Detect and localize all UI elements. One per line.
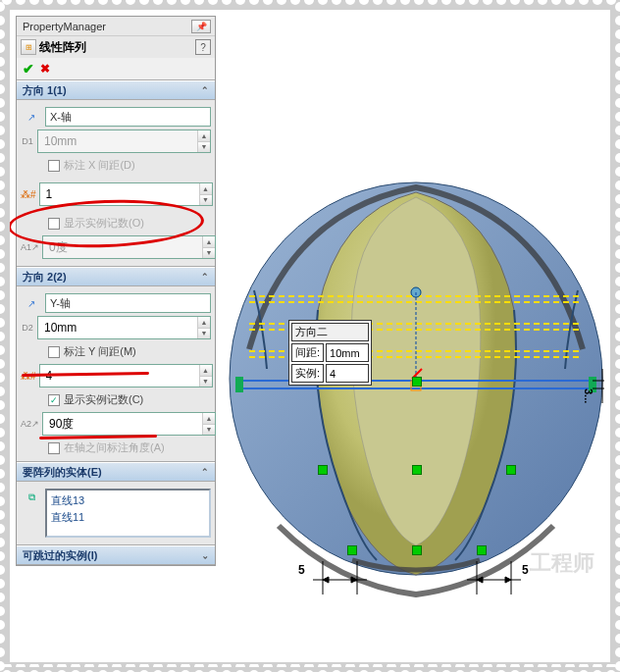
dimension-value[interactable]: 5 <box>298 563 305 577</box>
instance-marker[interactable] <box>347 545 357 555</box>
entities-icon: ⧉ <box>21 489 42 506</box>
instance-marker[interactable] <box>412 545 422 555</box>
direction-2-spacing-spinner[interactable]: ▲▼ <box>37 316 211 339</box>
angle-1-icon: A1↗ <box>21 238 39 256</box>
show-instances-2-checkbox[interactable]: 显示实例记数(C) <box>21 390 211 409</box>
pushpin-button[interactable]: 📌 <box>191 20 211 33</box>
dim-x-spacing-checkbox: 标注 X 间距(D) <box>21 156 211 175</box>
entity-item[interactable]: 直线11 <box>51 509 205 526</box>
svg-rect-23 <box>235 385 243 392</box>
callout-spacing-label: 间距: <box>291 343 324 362</box>
spin-up[interactable]: ▲ <box>198 130 210 142</box>
3d-viewport[interactable]: 方向二 间距: 实例: 5 5 3... 工程师 <box>220 16 604 656</box>
direction-1-spacing-spinner[interactable]: ▲▼ <box>37 129 211 153</box>
direction-2-angle-spinner[interactable]: ▲▼ <box>42 412 216 436</box>
direction-1-angle-spinner[interactable]: ▲▼ <box>42 235 216 259</box>
direction-2-axis-input[interactable] <box>45 293 211 313</box>
callout-count-label: 实例: <box>291 364 324 383</box>
skip-instances-section: 可跳过的实例(I) ⌃ <box>17 544 215 565</box>
entity-item[interactable]: 直线13 <box>51 492 205 509</box>
dim-y-spacing-checkbox[interactable]: 标注 Y 间距(M) <box>21 342 211 361</box>
entities-listbox[interactable]: 直线13 直线11 <box>45 489 211 538</box>
callout-title: 方向二 <box>291 323 369 341</box>
angle-2-icon: A2↗ <box>21 415 39 433</box>
skip-header[interactable]: 可跳过的实例(I) ⌃ <box>17 545 215 565</box>
entities-section: 要阵列的实体(E) ⌃ ⧉ 直线13 直线11 <box>17 461 215 544</box>
direction-2-count-spinner[interactable]: ▲▼ <box>39 364 213 388</box>
instance-marker[interactable] <box>506 465 516 475</box>
direction-1-section: 方向 1(1) ⌃ ↗ D1 ▲▼ 标注 X 间距(D) ⁂# <box>17 79 215 266</box>
instance-marker[interactable] <box>318 465 328 475</box>
feature-name: 线性阵列 <box>39 39 195 56</box>
linear-pattern-icon: ⊞ <box>21 39 36 55</box>
angle-between-axes-checkbox: 在轴之间标注角度(A) <box>21 439 211 457</box>
callout-count-input[interactable] <box>330 368 365 380</box>
svg-rect-21 <box>235 377 243 385</box>
direction-2-header[interactable]: 方向 2(2) ⌃ <box>17 267 215 286</box>
direction-1-count-spinner[interactable]: ▲▼ <box>39 182 213 206</box>
spacing-d1-icon: D1 <box>21 132 34 150</box>
instance-marker[interactable] <box>477 545 487 555</box>
instance-marker[interactable] <box>412 465 422 475</box>
callout-spacing-input[interactable] <box>330 347 365 359</box>
reverse-direction-icon[interactable]: ↗ <box>21 108 42 126</box>
watermark: 工程师 <box>530 548 594 578</box>
feature-title-row: ⊞ 线性阵列 ? <box>17 36 215 58</box>
direction-1-header[interactable]: 方向 1(1) ⌃ <box>17 80 215 100</box>
direction-1-axis-input[interactable] <box>45 107 211 127</box>
pm-title: PropertyManager <box>21 21 189 32</box>
dimension-value[interactable]: 3... <box>583 388 594 403</box>
reverse-direction-2-icon[interactable]: ↗ <box>21 294 42 312</box>
svg-rect-10 <box>0 0 8 672</box>
collapse-icon: ⌃ <box>201 85 209 95</box>
property-manager-panel: PropertyManager 📌 ⊞ 线性阵列 ? ✔ ✖ 方向 1(1) ⌃… <box>16 16 216 566</box>
count-icon: ⁂# <box>21 185 36 203</box>
show-instances-1-checkbox: 显示实例记数(O) <box>21 214 211 233</box>
instance-marker[interactable] <box>412 377 422 387</box>
collapse-icon: ⌃ <box>201 467 209 477</box>
svg-rect-7 <box>610 0 620 672</box>
collapse-icon: ⌃ <box>201 272 209 282</box>
dimension-value[interactable]: 5 <box>522 563 529 577</box>
spin-down[interactable]: ▼ <box>198 142 210 153</box>
entities-header[interactable]: 要阵列的实体(E) ⌃ <box>17 462 215 482</box>
svg-rect-6 <box>0 0 10 672</box>
direction-2-callout[interactable]: 方向二 间距: 实例: <box>288 320 372 386</box>
pm-titlebar: PropertyManager 📌 <box>17 17 215 36</box>
ok-cancel-bar: ✔ ✖ <box>17 58 215 79</box>
count-2-icon: ⁂# <box>21 367 36 385</box>
help-button[interactable]: ? <box>195 39 211 55</box>
svg-rect-8 <box>0 0 620 8</box>
direction-2-section: 方向 2(2) ⌃ ↗ D2 ▲▼ 标注 Y 间距(M) ⁂# <box>17 266 215 461</box>
svg-rect-9 <box>0 664 620 672</box>
expand-icon: ⌃ <box>201 550 209 560</box>
svg-rect-11 <box>612 0 620 672</box>
spacing-d2-icon: D2 <box>21 319 34 336</box>
cancel-button[interactable]: ✖ <box>40 62 50 76</box>
svg-rect-5 <box>0 662 620 672</box>
ok-button[interactable]: ✔ <box>23 61 34 77</box>
svg-rect-4 <box>0 0 620 10</box>
